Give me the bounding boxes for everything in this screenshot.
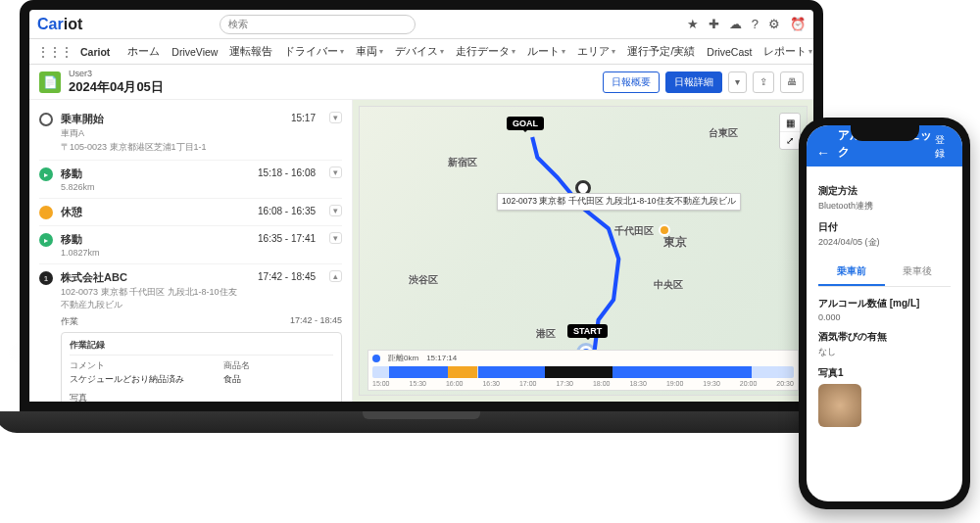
comment-value: スケジュールどおり納品済み — [70, 373, 184, 386]
nav-tab-schedule[interactable]: 運行予定/実績 — [623, 43, 699, 61]
method-label: 測定方法 — [818, 184, 951, 198]
date-value: 2024/04/05 (金) — [818, 236, 951, 249]
timeline-panel: 乗車開始 車両A 〒105-0023 東京都港区芝浦1丁目1-1 15:17 ▾… — [29, 100, 353, 402]
brand-suffix: iot — [64, 16, 83, 32]
expand-button[interactable]: ▾ — [329, 112, 342, 123]
expand-button[interactable]: ▾ — [329, 166, 342, 178]
move-dot-icon: ▸ — [39, 167, 53, 181]
back-icon[interactable]: ← — [816, 145, 830, 161]
start-flag: START — [567, 324, 608, 338]
nav-tab-report[interactable]: 運転報告 — [225, 43, 276, 61]
share-button[interactable]: ⇪ — [753, 71, 774, 93]
start-dot-icon — [39, 113, 53, 126]
playback-timeline: 距離0km 15:17:14 15:0015:3016:0016:3017:00… — [368, 350, 799, 391]
map-callout: 102-0073 東京都 千代田区 九段北1-8-10住友不動産九段ビル — [497, 193, 741, 211]
map-view[interactable]: 新宿区 台東区 千代田区 中央区 港区 渋谷区 東京 GOAL START 10 — [359, 106, 808, 396]
tl-address: 〒105-0023 東京都港区芝浦1丁目1-1 — [61, 141, 277, 154]
work-label: 作業 — [61, 315, 78, 328]
expand-button[interactable]: ▾ — [329, 205, 342, 216]
map-fullscreen-button[interactable]: ⤢ — [780, 131, 800, 149]
app-window: Cariot ★ ✚ ☁ ? ⚙ ⏰ ⋮⋮⋮ Cariot ホーム DriveV… — [20, 0, 823, 411]
work-box-title: 作業記録 — [70, 339, 333, 356]
app-name: Cariot — [80, 46, 110, 58]
register-button[interactable]: 登録 — [935, 133, 953, 161]
date-label: 日付 — [818, 220, 951, 234]
favorite-icon[interactable]: ★ — [687, 17, 699, 31]
user-label: User3 — [69, 69, 164, 78]
tl-time: 15:17 — [291, 113, 316, 123]
page-header: 📄 User3 2024年04月05日 日報概要 日報詳細 ▾ ⇪ 🖶 — [29, 65, 813, 100]
tl-time: 17:42 - 18:45 — [258, 271, 316, 282]
brand-prefix: Car — [37, 16, 64, 32]
phone-frame: ← アルコールチェック 登録 測定方法 Bluetooth連携 日付 2024/… — [799, 118, 970, 509]
help-icon[interactable]: ? — [752, 17, 759, 31]
stop-dot-icon: 1 — [39, 271, 53, 285]
rest-dot-icon — [39, 206, 53, 219]
work-time: 17:42 - 18:45 — [290, 315, 342, 328]
detail-button[interactable]: 日報詳細 — [665, 71, 722, 93]
nav-tab-more[interactable]: さらに表示▾ — [820, 43, 823, 61]
phone-tabs: 乗車前 乗車後 — [818, 259, 951, 287]
dropdown-button[interactable]: ▾ — [728, 71, 747, 93]
tl-title: 移動 — [61, 166, 244, 181]
comment-label: コメント — [70, 359, 184, 372]
nav-tab-home[interactable]: ホーム — [123, 43, 164, 61]
timeline-item: ▸ 移動 5.826km 15:18 - 16:08 ▾ — [39, 161, 342, 199]
product-value: 食品 — [223, 373, 250, 386]
playback-time: 15:17:14 — [426, 354, 457, 362]
nav-bar: ⋮⋮⋮ Cariot ホーム DriveView 運転報告 ドライバー▾ 車両▾… — [29, 39, 813, 65]
tl-distance: 1.0827km — [61, 248, 244, 258]
date-title: 2024年04月05日 — [69, 78, 164, 96]
rest-marker-icon — [659, 224, 670, 236]
nav-tab-route[interactable]: ルート▾ — [523, 43, 569, 61]
tl-vehicle: 車両A — [61, 127, 277, 140]
nav-tab-reports[interactable]: レポート▾ — [760, 43, 816, 61]
cloud-icon[interactable]: ☁ — [729, 17, 742, 31]
work-record-box: 作業記録 コメント スケジュールどおり納品済み 商品名 食品 写真 — [61, 332, 342, 402]
playback-dot-icon — [372, 355, 380, 362]
nav-tab-drivecast[interactable]: DriveCast — [703, 44, 756, 60]
map-controls: ▦ ⤢ — [779, 113, 801, 150]
photo1-label: 写真1 — [818, 366, 951, 380]
search-input[interactable] — [220, 15, 416, 34]
settings-icon[interactable]: ⚙ — [768, 17, 780, 31]
summary-button[interactable]: 日報概要 — [603, 71, 660, 93]
nav-tab-driver[interactable]: ドライバー▾ — [280, 43, 348, 61]
tl-title: 移動 — [61, 232, 244, 247]
tab-before[interactable]: 乗車前 — [818, 259, 885, 286]
notification-icon[interactable]: ⏰ — [790, 17, 806, 31]
intoxication-value: なし — [818, 346, 951, 358]
nav-tab-area[interactable]: エリア▾ — [573, 43, 619, 61]
app-launcher-icon[interactable]: ⋮⋮⋮ — [37, 45, 73, 59]
move-dot-icon: ▸ — [39, 233, 53, 247]
timeline-item: 休憩 16:08 - 16:35 ▾ — [39, 199, 342, 226]
nav-tab-device[interactable]: デバイス▾ — [391, 43, 448, 61]
brand-logo: Cariot — [37, 16, 82, 33]
tl-distance: 5.826km — [61, 182, 244, 192]
phone-notch — [851, 125, 919, 141]
laptop-base — [0, 411, 848, 433]
map-layers-button[interactable]: ▦ — [780, 114, 800, 131]
timeline-item: 乗車開始 車両A 〒105-0023 東京都港区芝浦1丁目1-1 15:17 ▾ — [39, 106, 342, 161]
collapse-button[interactable]: ▴ — [329, 270, 342, 282]
global-search — [220, 15, 416, 34]
print-button[interactable]: 🖶 — [780, 71, 804, 93]
nav-tab-data[interactable]: 走行データ▾ — [452, 43, 519, 61]
goal-flag: GOAL — [507, 117, 544, 130]
tl-title: 休憩 — [61, 205, 244, 219]
nav-tab-vehicle[interactable]: 車両▾ — [352, 43, 387, 61]
phone-body: 測定方法 Bluetooth連携 日付 2024/04/05 (金) 乗車前 乗… — [807, 166, 962, 437]
timeline-item: ▸ 移動 1.0827km 16:35 - 17:41 ▾ — [39, 226, 342, 264]
expand-button[interactable]: ▾ — [329, 232, 342, 244]
intoxication-label: 酒気帯びの有無 — [818, 330, 951, 344]
top-icons: ★ ✚ ☁ ? ⚙ ⏰ — [687, 17, 806, 31]
nav-tab-driveview[interactable]: DriveView — [168, 44, 221, 60]
top-bar: Cariot ★ ✚ ☁ ? ⚙ ⏰ — [29, 10, 813, 39]
add-icon[interactable]: ✚ — [709, 17, 719, 31]
playback-track[interactable] — [372, 366, 794, 378]
photo1-thumbnail[interactable] — [818, 384, 861, 427]
tab-after[interactable]: 乗車後 — [885, 259, 952, 286]
tl-title: 乗車開始 — [61, 112, 277, 126]
map-panel: 新宿区 台東区 千代田区 中央区 港区 渋谷区 東京 GOAL START 10 — [353, 100, 813, 402]
tl-time: 16:08 - 16:35 — [258, 206, 316, 216]
